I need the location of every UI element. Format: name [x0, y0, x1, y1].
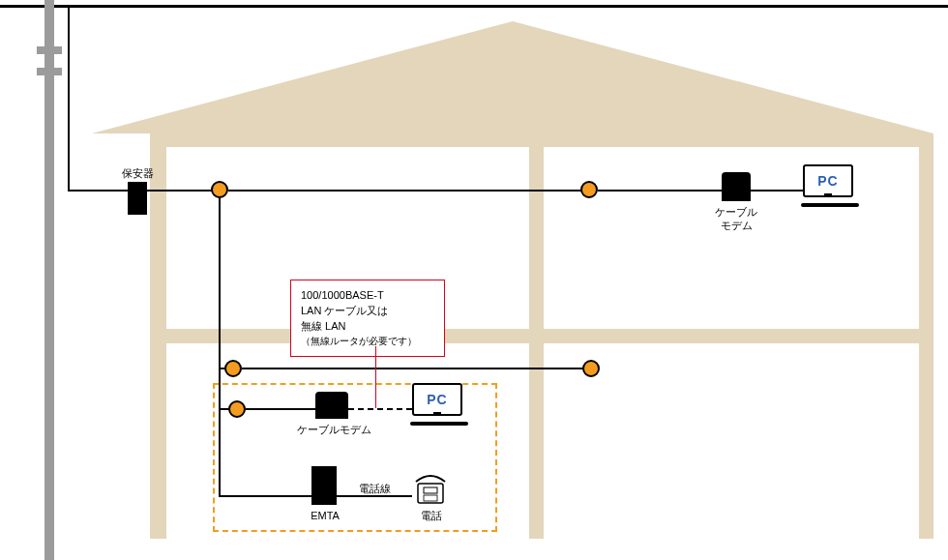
drop-cable [68, 6, 70, 190]
svg-marker-0 [92, 21, 933, 133]
safety-device-label: 保安器 [114, 166, 161, 180]
pc-lower: PC [410, 383, 470, 426]
room-lr [544, 343, 919, 541]
emta-label: EMTA [306, 509, 344, 522]
callout-line2: LAN ケーブル又は [301, 304, 434, 319]
pole-cross-bottom [37, 68, 62, 75]
cable-seg-b [228, 190, 582, 192]
service-line [0, 5, 948, 8]
pc-lower-label: PC [427, 392, 447, 407]
lan-lower-dashed [348, 408, 412, 410]
house-roof [92, 21, 933, 133]
pole-cross-top [37, 46, 62, 54]
cable-seg-a [147, 190, 213, 192]
utility-pole [44, 0, 54, 560]
cable-seg-e [242, 368, 584, 369]
safety-device [128, 182, 147, 215]
callout-leader [375, 346, 376, 408]
svg-rect-2 [424, 487, 437, 493]
cable-modem-lower-label: ケーブルモデム [296, 423, 371, 436]
phone-line [337, 495, 412, 497]
callout-line3: 無線 LAN [301, 319, 434, 335]
lan-callout: 100/1000BASE-T LAN ケーブル又は 無線 LAN （無線ルータが… [290, 280, 445, 357]
cable-modem-lower [315, 392, 348, 419]
phone-line-label: 電話線 [350, 482, 399, 495]
cable-seg-h [219, 495, 311, 497]
cable-modem-upper-label: ケーブル モデム [706, 205, 766, 233]
phone-label: 電話 [416, 509, 447, 522]
pc-upper-label: PC [817, 173, 838, 189]
svg-rect-3 [424, 495, 437, 501]
cable-drop-to-safety [68, 190, 130, 192]
node-2 [580, 181, 598, 198]
node-3 [224, 360, 242, 377]
callout-line4: （無線ルータが必要です） [301, 335, 434, 349]
node-5 [582, 360, 600, 377]
diagram-stage: { "labels": { "safety_device": "保安器", "c… [0, 0, 948, 560]
lan-upper [751, 190, 803, 192]
cable-modem-upper [722, 172, 751, 201]
emta-device [311, 466, 337, 505]
phone-icon [412, 474, 449, 507]
pc-upper: PC [801, 164, 861, 207]
node-1 [211, 181, 228, 198]
callout-line1: 100/1000BASE-T [301, 288, 434, 304]
cable-seg-c [598, 190, 722, 192]
